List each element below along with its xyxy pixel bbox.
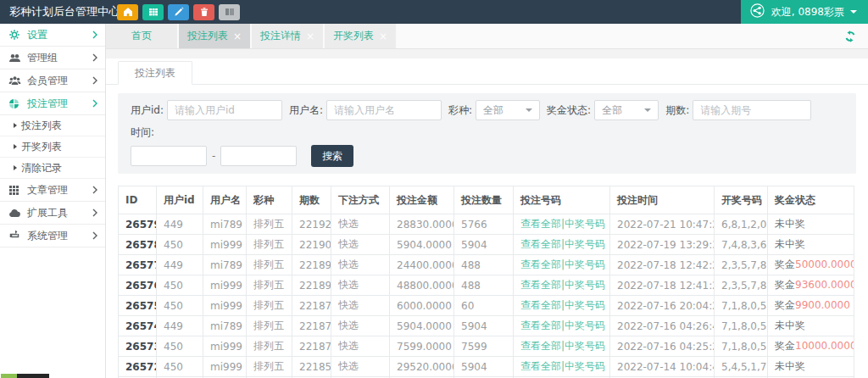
cell-bet-count: 5766 [454, 214, 514, 235]
view-numbers-link[interactable]: 查看全部|中奖号码 [514, 296, 610, 316]
sidebar-item-settings[interactable]: 设置 [0, 24, 105, 47]
system-loop-icon [8, 231, 23, 241]
cell-period: 22192 [292, 214, 331, 235]
cell-draw-numbers: 7,1,8,0,5 [715, 336, 768, 357]
search-button[interactable]: 搜索 [311, 145, 353, 167]
cell-bet-method: 快选 [331, 296, 390, 316]
tab-label: 开奖列表 [333, 29, 374, 43]
chevron-right-icon [92, 231, 97, 240]
chevron-right-icon [92, 99, 97, 108]
range-separator: - [212, 150, 215, 162]
cell-username: mi789 [203, 316, 247, 336]
cell-user-id: 450 [157, 357, 203, 377]
delete-button[interactable] [193, 4, 214, 20]
cell-id: 26575 [119, 296, 157, 316]
triangle-right-icon [14, 144, 17, 149]
panel-tab-bet-list[interactable]: 投注列表 [118, 61, 192, 85]
filter-prize-status: 奖金状态: 全部 [547, 100, 659, 120]
table-row: 26573 450 mi999 排列五 22187 快选 7599.0000 7… [119, 336, 854, 357]
pencil-icon [174, 7, 184, 17]
col-header-bet-method: 下注方式 [331, 186, 390, 214]
cell-bet-time: 2022-07-14 10:04:46 [610, 357, 715, 377]
filter-username: 用户名: [289, 100, 442, 120]
cell-period: 22187 [292, 296, 331, 316]
sidebar-item-articles[interactable]: 文章管理 [0, 179, 105, 202]
cell-bet-count: 7599 [454, 336, 514, 357]
cell-draw-numbers: 7,1,8,0,5 [715, 296, 768, 316]
prize-amount-text: 50000.0000 [795, 258, 854, 270]
view-numbers-link[interactable]: 查看全部|中奖号码 [514, 316, 610, 336]
cell-username: mi999 [203, 357, 247, 377]
view-numbers-link[interactable]: 查看全部|中奖号码 [514, 235, 610, 255]
filter-user-id: 用户id: [131, 100, 282, 120]
cell-bet-time: 2022-07-18 12:42:23 [610, 255, 715, 275]
prize-status-text: 未中奖 [775, 218, 805, 230]
sidebar: 设置 管理组 会员管理 投注管理 投注列表 开奖列表 清除记 [0, 24, 106, 378]
home-button[interactable] [117, 4, 138, 20]
table-row: 26576 450 mi999 排列五 22189 快选 48800.0000 … [119, 275, 854, 296]
refresh-icon[interactable] [843, 30, 857, 43]
cell-bet-time: 2022-07-19 13:29:37 [610, 235, 715, 255]
col-header-bet-count: 投注数量 [454, 186, 514, 214]
chevron-right-icon [92, 208, 97, 217]
lottery-select[interactable]: 全部 [476, 100, 540, 120]
tab-draw-list[interactable]: 开奖列表 [325, 24, 398, 48]
col-header-lottery: 彩种 [247, 186, 292, 214]
view-numbers-link[interactable]: 查看全部|中奖号码 [514, 275, 610, 296]
panel-tab-bar: 投注列表 [106, 60, 868, 85]
view-numbers-link[interactable]: 查看全部|中奖号码 [514, 214, 610, 235]
cell-bet-method: 快选 [331, 357, 390, 377]
cell-id: 26572 [119, 357, 157, 377]
table-header-row: ID 用户id 用户名 彩种 期数 下注方式 投注金额 投注数量 投注号码 投注… [119, 186, 854, 214]
filter-lottery: 彩种: 全部 [448, 100, 540, 120]
username-label: 用户名: [289, 103, 323, 118]
cell-lottery: 排列五 [247, 296, 292, 316]
table-row: 26579 449 mi789 排列五 22192 快选 28830.0000 … [119, 214, 854, 235]
username-input[interactable] [326, 100, 442, 120]
time-to-input[interactable] [220, 146, 297, 166]
sidebar-item-bet-management[interactable]: 投注管理 [0, 92, 105, 115]
prize-amount-text: 93600.0000 [795, 279, 854, 291]
cell-prize-status: 奖金93600.0000 [768, 275, 854, 296]
cell-draw-numbers: 5,4,5,1,7 [715, 357, 768, 377]
bet-pie-icon [8, 98, 23, 109]
sidebar-subitem-draw-list[interactable]: 开奖列表 [0, 136, 105, 158]
cell-prize-status: 未中奖 [768, 235, 854, 255]
grid-button[interactable] [142, 4, 164, 20]
tab-label: 首页 [131, 29, 152, 43]
cell-prize-status: 奖金9900.0000 [768, 296, 854, 316]
sidebar-item-extensions[interactable]: 扩展工具 [0, 202, 105, 225]
sidebar-item-label: 系统管理 [27, 229, 68, 243]
chevron-right-icon [92, 53, 97, 62]
cell-user-id: 450 [157, 336, 203, 357]
triangle-right-icon [14, 165, 17, 170]
tab-bet-detail[interactable]: 投注详情 [252, 24, 325, 48]
sidebar-subitem-bet-list[interactable]: 投注列表 [0, 115, 105, 136]
view-numbers-link[interactable]: 查看全部|中奖号码 [514, 255, 610, 275]
user-menu[interactable]: 欢迎, 0898彩票 [741, 0, 868, 24]
time-from-input[interactable] [131, 146, 207, 166]
table-row: 26572 450 mi999 排列五 22185 快选 29520.0000 … [119, 357, 854, 377]
cell-bet-amount: 24400.0000 [390, 255, 454, 275]
col-header-prize-status: 奖金状态 [768, 186, 854, 214]
user-id-input[interactable] [167, 100, 282, 120]
panel-button[interactable] [219, 4, 240, 20]
tab-home[interactable]: 首页 [106, 24, 179, 48]
view-numbers-link[interactable]: 查看全部|中奖号码 [514, 336, 610, 357]
tab-bet-list[interactable]: 投注列表 [179, 24, 252, 48]
period-input[interactable] [693, 100, 811, 120]
sidebar-subitem-clear-records[interactable]: 清除记录 [0, 158, 105, 179]
app-title: 彩种计划后台管理中心 [0, 4, 117, 19]
close-icon[interactable] [306, 31, 314, 42]
close-icon[interactable] [379, 31, 387, 42]
cell-user-id: 449 [157, 316, 203, 336]
prize-status-select[interactable]: 全部 [594, 100, 659, 120]
sidebar-item-system[interactable]: 系统管理 [0, 225, 105, 247]
close-icon[interactable] [233, 31, 242, 42]
edit-button[interactable] [168, 4, 189, 20]
cell-period: 22185 [292, 357, 331, 377]
sidebar-item-members[interactable]: 会员管理 [0, 69, 105, 92]
sidebar-item-admin-group[interactable]: 管理组 [0, 47, 105, 69]
view-numbers-link[interactable]: 查看全部|中奖号码 [514, 357, 610, 377]
cell-bet-method: 快选 [331, 336, 390, 357]
